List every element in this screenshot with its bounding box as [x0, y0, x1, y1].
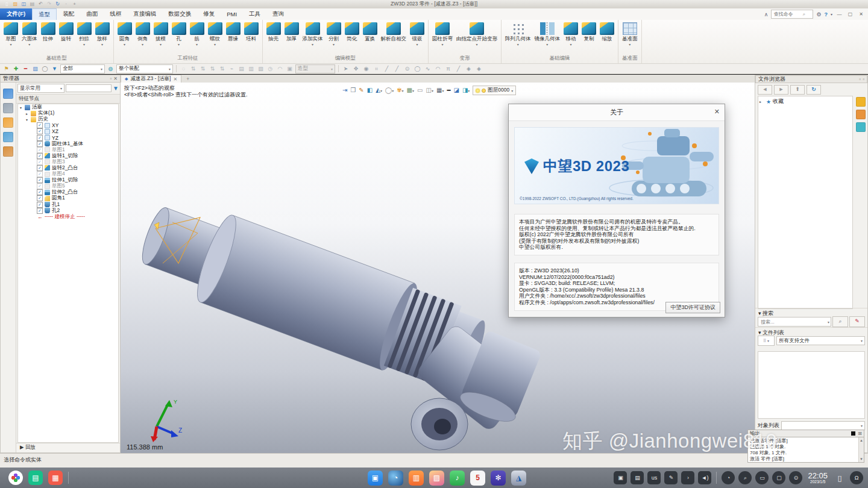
- calendar-icon[interactable]: 5: [470, 471, 485, 486]
- tree-item-历史[interactable]: ▾历史: [18, 116, 118, 122]
- keyboard-layout-us[interactable]: us: [647, 471, 661, 484]
- fb-tab-cloud[interactable]: [856, 122, 866, 132]
- search-go-icon[interactable]: ⌕: [832, 316, 848, 327]
- forward-button[interactable]: ►: [774, 85, 788, 95]
- dropdown-caret-icon[interactable]: ▾: [214, 43, 216, 47]
- tree-item-拉伸1_切除[interactable]: ✓拉伸1_切除: [18, 177, 118, 183]
- dropdown-caret-icon[interactable]: ▾: [160, 43, 162, 47]
- display-settings-icon[interactable]: ▣: [614, 471, 627, 484]
- app-store-icon[interactable]: ▥: [409, 471, 424, 486]
- dropdown-caret-icon[interactable]: ▾: [517, 43, 519, 47]
- expand-tray-icon[interactable]: ›: [681, 471, 694, 484]
- pen-tool-icon[interactable]: ✎: [664, 471, 678, 484]
- visibility-checkbox[interactable]: ✓: [37, 183, 43, 189]
- document-tab[interactable]: ◆ 减速器.Z3 - [活塞] ✕: [121, 75, 181, 83]
- pi-icon[interactable]: π: [444, 65, 452, 73]
- ribbon-button-解析自相交[interactable]: 解析自相交: [379, 20, 409, 55]
- visibility-checkbox[interactable]: ✓: [37, 147, 43, 153]
- dropdown-caret-icon[interactable]: ▾: [178, 43, 180, 47]
- file-search-input[interactable]: [760, 319, 816, 325]
- ribbon-button-加厚[interactable]: 加厚: [283, 20, 301, 55]
- command-search[interactable]: ⌕: [771, 10, 813, 19]
- swap2-icon[interactable]: ⇅: [199, 65, 207, 73]
- swap4-icon[interactable]: ⇅: [218, 65, 226, 73]
- tab-数据交换[interactable]: 数据交换: [162, 8, 197, 20]
- tree-item-草图1[interactable]: ✓草图1: [18, 147, 118, 153]
- file-menu-button[interactable]: 文件(F): [0, 8, 32, 20]
- replay-bar[interactable]: ▶ 回放: [16, 443, 120, 452]
- refresh-button[interactable]: ↻: [807, 85, 821, 95]
- gear-icon[interactable]: ⚙: [816, 11, 821, 17]
- tab-修复[interactable]: 修复: [197, 8, 221, 20]
- add-icon[interactable]: ✚: [12, 65, 20, 73]
- target-icon[interactable]: ◉: [362, 65, 370, 73]
- filter-dropdown[interactable]: 全部▾: [60, 64, 105, 74]
- ribbon-button-唇缘[interactable]: 唇缘: [224, 20, 242, 55]
- filter-funnel-icon[interactable]: ▼: [51, 65, 58, 73]
- ribbon-button-分割[interactable]: 分割▾: [325, 20, 343, 55]
- file-list-area[interactable]: [758, 351, 865, 419]
- favorites-item[interactable]: ▸ ★ 收藏: [760, 98, 851, 105]
- tree-item-XY[interactable]: ✓XY: [18, 122, 118, 128]
- swap1-icon[interactable]: ⇅: [189, 65, 197, 73]
- pick-icon[interactable]: ➤: [342, 65, 350, 73]
- snap-grid-icon[interactable]: ⌗: [373, 65, 380, 73]
- back-button[interactable]: ◄: [758, 85, 772, 95]
- tree-item-实体(1)[interactable]: ▸实体(1): [18, 110, 118, 116]
- visibility-checkbox[interactable]: ✓: [37, 122, 43, 128]
- dropdown-caret-icon[interactable]: ▾: [312, 43, 313, 47]
- dropdown-caret-icon[interactable]: ▾: [476, 43, 477, 47]
- visibility-checkbox[interactable]: ✓: [37, 159, 43, 165]
- ribbon-button-镶嵌[interactable]: 镶嵌▾: [408, 20, 426, 55]
- dropdown-caret-icon[interactable]: ▾: [546, 43, 548, 47]
- file-search-box[interactable]: ▾: [758, 317, 831, 327]
- expand-icon[interactable]: ▸: [26, 111, 31, 116]
- control-center-icon[interactable]: ✻: [491, 471, 506, 486]
- file-type-dropdown[interactable]: 所有支持文件▾: [776, 336, 865, 345]
- dropdown-caret-icon[interactable]: ▾: [142, 43, 143, 47]
- notification-bell-icon[interactable]: Ω: [850, 471, 863, 484]
- tree-item-草图3[interactable]: ✓草图3: [18, 159, 118, 165]
- tree-item-草图4[interactable]: ✓草图4: [18, 171, 118, 177]
- keyboard-icon[interactable]: ▤: [631, 471, 644, 484]
- app-grid-icon[interactable]: ▦: [48, 471, 63, 485]
- dropdown-caret-icon[interactable]: ▾: [28, 43, 30, 47]
- ellipse-filter-icon[interactable]: ◯: [41, 65, 49, 73]
- pin-icon[interactable]: ⊠: [858, 431, 862, 436]
- close-tab-icon[interactable]: ✕: [173, 77, 177, 82]
- ribbon-button-添加实体[interactable]: 添加实体▾: [301, 20, 325, 55]
- launcher-icon[interactable]: [8, 471, 23, 485]
- up-button[interactable]: ⬆: [790, 85, 805, 95]
- dropdown-caret-icon[interactable]: ▾: [101, 43, 103, 47]
- ribbon-button-倒角[interactable]: 倒角▾: [134, 20, 152, 55]
- ribbon-button-拉伸[interactable]: 拉伸: [39, 20, 57, 55]
- dropdown-caret-icon[interactable]: ▾: [416, 43, 418, 47]
- visibility-checkbox[interactable]: ✓: [37, 189, 43, 195]
- ribbon-button-孔[interactable]: 孔▾: [170, 20, 188, 55]
- float-panel-icon[interactable]: ▫: [863, 77, 864, 82]
- browser-icon[interactable]: ◔: [388, 471, 403, 486]
- visibility-checkbox[interactable]: ✓: [37, 202, 43, 208]
- monitor-icon[interactable]: ▢: [772, 471, 785, 484]
- stop-output-icon[interactable]: [851, 431, 855, 436]
- picture-filter-icon[interactable]: ▧: [31, 65, 39, 73]
- visibility-checkbox[interactable]: ✓: [37, 195, 43, 201]
- command-search-input[interactable]: [773, 11, 801, 17]
- grid-tool-icon[interactable]: ▣: [286, 65, 294, 73]
- manager-tab-assembly[interactable]: [3, 103, 13, 113]
- ribbon-button-简化[interactable]: 简化: [343, 20, 361, 55]
- recorder-icon[interactable]: ▭: [755, 471, 769, 484]
- music-icon[interactable]: ♪: [450, 471, 465, 486]
- circle-center-icon[interactable]: ⊙: [403, 65, 411, 73]
- photos-icon[interactable]: ▨: [429, 471, 444, 486]
- tree-item-圆角1[interactable]: ✓圆角1: [18, 195, 118, 201]
- tab-查询[interactable]: 查询: [266, 8, 290, 20]
- circle-icon[interactable]: ◯: [414, 65, 421, 73]
- magnifier-icon[interactable]: ⌕: [738, 471, 752, 484]
- ribbon-button-筋[interactable]: 筋▾: [188, 20, 206, 55]
- clear-search-icon[interactable]: ✎: [849, 316, 865, 327]
- dropdown-caret-icon[interactable]: ▾: [629, 43, 631, 47]
- dropdown-caret-icon[interactable]: ▾: [196, 43, 198, 47]
- dropdown-caret-icon[interactable]: ▾: [441, 43, 443, 47]
- filter-funnel-icon[interactable]: ▼: [113, 84, 119, 92]
